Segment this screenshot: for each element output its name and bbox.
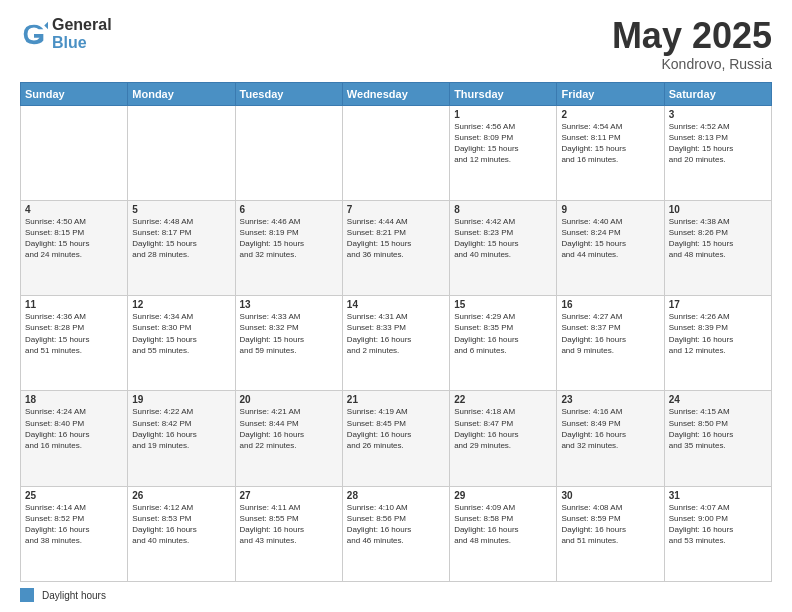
day-info: Sunrise: 4:44 AM Sunset: 8:21 PM Dayligh… <box>347 216 445 261</box>
day-cell: 22Sunrise: 4:18 AM Sunset: 8:47 PM Dayli… <box>450 391 557 486</box>
header-monday: Monday <box>128 82 235 105</box>
day-cell: 2Sunrise: 4:54 AM Sunset: 8:11 PM Daylig… <box>557 105 664 200</box>
day-info: Sunrise: 4:24 AM Sunset: 8:40 PM Dayligh… <box>25 406 123 451</box>
day-cell: 9Sunrise: 4:40 AM Sunset: 8:24 PM Daylig… <box>557 200 664 295</box>
page: General Blue May 2025 Kondrovo, Russia S… <box>0 0 792 612</box>
day-number: 1 <box>454 109 552 120</box>
day-cell: 15Sunrise: 4:29 AM Sunset: 8:35 PM Dayli… <box>450 296 557 391</box>
day-info: Sunrise: 4:14 AM Sunset: 8:52 PM Dayligh… <box>25 502 123 547</box>
day-number: 7 <box>347 204 445 215</box>
day-cell: 28Sunrise: 4:10 AM Sunset: 8:56 PM Dayli… <box>342 486 449 581</box>
day-info: Sunrise: 4:33 AM Sunset: 8:32 PM Dayligh… <box>240 311 338 356</box>
day-cell: 16Sunrise: 4:27 AM Sunset: 8:37 PM Dayli… <box>557 296 664 391</box>
day-info: Sunrise: 4:11 AM Sunset: 8:55 PM Dayligh… <box>240 502 338 547</box>
logo-text: General Blue <box>52 16 112 51</box>
day-number: 23 <box>561 394 659 405</box>
day-cell: 18Sunrise: 4:24 AM Sunset: 8:40 PM Dayli… <box>21 391 128 486</box>
day-cell: 27Sunrise: 4:11 AM Sunset: 8:55 PM Dayli… <box>235 486 342 581</box>
day-info: Sunrise: 4:29 AM Sunset: 8:35 PM Dayligh… <box>454 311 552 356</box>
day-info: Sunrise: 4:12 AM Sunset: 8:53 PM Dayligh… <box>132 502 230 547</box>
header-thursday: Thursday <box>450 82 557 105</box>
header-tuesday: Tuesday <box>235 82 342 105</box>
day-cell: 20Sunrise: 4:21 AM Sunset: 8:44 PM Dayli… <box>235 391 342 486</box>
day-number: 3 <box>669 109 767 120</box>
day-info: Sunrise: 4:31 AM Sunset: 8:33 PM Dayligh… <box>347 311 445 356</box>
header: General Blue May 2025 Kondrovo, Russia <box>20 16 772 72</box>
day-info: Sunrise: 4:42 AM Sunset: 8:23 PM Dayligh… <box>454 216 552 261</box>
day-info: Sunrise: 4:38 AM Sunset: 8:26 PM Dayligh… <box>669 216 767 261</box>
day-cell: 4Sunrise: 4:50 AM Sunset: 8:15 PM Daylig… <box>21 200 128 295</box>
day-cell: 1Sunrise: 4:56 AM Sunset: 8:09 PM Daylig… <box>450 105 557 200</box>
footer: Daylight hours <box>20 588 772 602</box>
day-info: Sunrise: 4:40 AM Sunset: 8:24 PM Dayligh… <box>561 216 659 261</box>
logo-general: General <box>52 16 112 34</box>
day-cell <box>342 105 449 200</box>
day-number: 30 <box>561 490 659 501</box>
day-info: Sunrise: 4:21 AM Sunset: 8:44 PM Dayligh… <box>240 406 338 451</box>
day-info: Sunrise: 4:56 AM Sunset: 8:09 PM Dayligh… <box>454 121 552 166</box>
day-info: Sunrise: 4:54 AM Sunset: 8:11 PM Dayligh… <box>561 121 659 166</box>
day-number: 31 <box>669 490 767 501</box>
day-cell <box>235 105 342 200</box>
legend-box <box>20 588 34 602</box>
day-cell: 5Sunrise: 4:48 AM Sunset: 8:17 PM Daylig… <box>128 200 235 295</box>
header-saturday: Saturday <box>664 82 771 105</box>
day-number: 15 <box>454 299 552 310</box>
day-info: Sunrise: 4:27 AM Sunset: 8:37 PM Dayligh… <box>561 311 659 356</box>
day-info: Sunrise: 4:09 AM Sunset: 8:58 PM Dayligh… <box>454 502 552 547</box>
day-info: Sunrise: 4:34 AM Sunset: 8:30 PM Dayligh… <box>132 311 230 356</box>
day-number: 6 <box>240 204 338 215</box>
day-number: 20 <box>240 394 338 405</box>
day-info: Sunrise: 4:08 AM Sunset: 8:59 PM Dayligh… <box>561 502 659 547</box>
day-number: 5 <box>132 204 230 215</box>
title-location: Kondrovo, Russia <box>612 56 772 72</box>
day-cell: 8Sunrise: 4:42 AM Sunset: 8:23 PM Daylig… <box>450 200 557 295</box>
day-info: Sunrise: 4:22 AM Sunset: 8:42 PM Dayligh… <box>132 406 230 451</box>
day-number: 21 <box>347 394 445 405</box>
day-cell: 12Sunrise: 4:34 AM Sunset: 8:30 PM Dayli… <box>128 296 235 391</box>
day-info: Sunrise: 4:26 AM Sunset: 8:39 PM Dayligh… <box>669 311 767 356</box>
day-number: 13 <box>240 299 338 310</box>
day-cell: 26Sunrise: 4:12 AM Sunset: 8:53 PM Dayli… <box>128 486 235 581</box>
day-cell <box>128 105 235 200</box>
day-cell: 6Sunrise: 4:46 AM Sunset: 8:19 PM Daylig… <box>235 200 342 295</box>
logo: General Blue <box>20 16 112 51</box>
day-number: 19 <box>132 394 230 405</box>
day-cell: 31Sunrise: 4:07 AM Sunset: 9:00 PM Dayli… <box>664 486 771 581</box>
day-cell: 3Sunrise: 4:52 AM Sunset: 8:13 PM Daylig… <box>664 105 771 200</box>
day-cell <box>21 105 128 200</box>
day-number: 2 <box>561 109 659 120</box>
day-number: 24 <box>669 394 767 405</box>
day-info: Sunrise: 4:16 AM Sunset: 8:49 PM Dayligh… <box>561 406 659 451</box>
day-info: Sunrise: 4:19 AM Sunset: 8:45 PM Dayligh… <box>347 406 445 451</box>
day-info: Sunrise: 4:15 AM Sunset: 8:50 PM Dayligh… <box>669 406 767 451</box>
day-cell: 29Sunrise: 4:09 AM Sunset: 8:58 PM Dayli… <box>450 486 557 581</box>
day-number: 12 <box>132 299 230 310</box>
day-cell: 19Sunrise: 4:22 AM Sunset: 8:42 PM Dayli… <box>128 391 235 486</box>
day-cell: 17Sunrise: 4:26 AM Sunset: 8:39 PM Dayli… <box>664 296 771 391</box>
day-info: Sunrise: 4:46 AM Sunset: 8:19 PM Dayligh… <box>240 216 338 261</box>
day-number: 29 <box>454 490 552 501</box>
day-info: Sunrise: 4:50 AM Sunset: 8:15 PM Dayligh… <box>25 216 123 261</box>
day-cell: 23Sunrise: 4:16 AM Sunset: 8:49 PM Dayli… <box>557 391 664 486</box>
day-number: 22 <box>454 394 552 405</box>
day-number: 28 <box>347 490 445 501</box>
week-row-4: 25Sunrise: 4:14 AM Sunset: 8:52 PM Dayli… <box>21 486 772 581</box>
day-cell: 21Sunrise: 4:19 AM Sunset: 8:45 PM Dayli… <box>342 391 449 486</box>
calendar-header-row: Sunday Monday Tuesday Wednesday Thursday… <box>21 82 772 105</box>
day-info: Sunrise: 4:18 AM Sunset: 8:47 PM Dayligh… <box>454 406 552 451</box>
day-cell: 24Sunrise: 4:15 AM Sunset: 8:50 PM Dayli… <box>664 391 771 486</box>
day-cell: 7Sunrise: 4:44 AM Sunset: 8:21 PM Daylig… <box>342 200 449 295</box>
day-cell: 11Sunrise: 4:36 AM Sunset: 8:28 PM Dayli… <box>21 296 128 391</box>
day-cell: 30Sunrise: 4:08 AM Sunset: 8:59 PM Dayli… <box>557 486 664 581</box>
day-number: 4 <box>25 204 123 215</box>
day-cell: 13Sunrise: 4:33 AM Sunset: 8:32 PM Dayli… <box>235 296 342 391</box>
day-cell: 14Sunrise: 4:31 AM Sunset: 8:33 PM Dayli… <box>342 296 449 391</box>
week-row-1: 4Sunrise: 4:50 AM Sunset: 8:15 PM Daylig… <box>21 200 772 295</box>
day-number: 17 <box>669 299 767 310</box>
day-info: Sunrise: 4:10 AM Sunset: 8:56 PM Dayligh… <box>347 502 445 547</box>
day-info: Sunrise: 4:36 AM Sunset: 8:28 PM Dayligh… <box>25 311 123 356</box>
day-number: 16 <box>561 299 659 310</box>
legend-label: Daylight hours <box>42 590 106 601</box>
title-block: May 2025 Kondrovo, Russia <box>612 16 772 72</box>
